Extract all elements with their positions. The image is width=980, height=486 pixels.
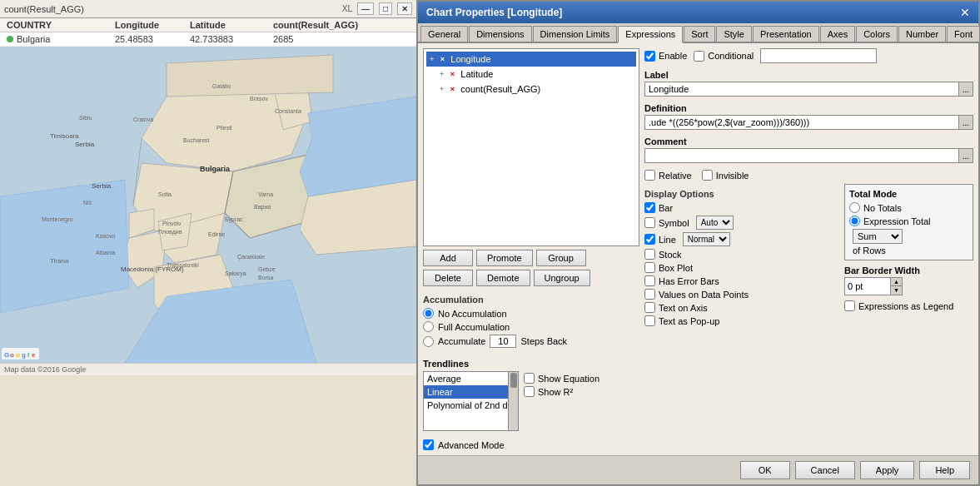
no-accumulation-radio[interactable]	[423, 308, 434, 319]
help-button[interactable]: Help	[919, 461, 970, 479]
trendline-average[interactable]: Average	[424, 372, 518, 385]
symbol-checkbox[interactable]	[644, 217, 655, 228]
maximize-button[interactable]: □	[379, 2, 392, 15]
bar-border-title: Bar Border Width	[844, 265, 973, 275]
svg-text:Constanta: Constanta	[275, 108, 301, 114]
expr-icon-2: ×	[446, 83, 458, 95]
bar-border-down[interactable]: ▼	[891, 286, 902, 295]
tab-sort[interactable]: Sort	[684, 26, 715, 42]
bar-label: Bar	[659, 203, 673, 213]
expression-total-radio[interactable]	[849, 216, 860, 226]
comment-input[interactable]	[645, 149, 958, 162]
tab-number[interactable]: Number	[898, 26, 946, 42]
label-expand-button[interactable]: ...	[958, 82, 973, 96]
dialog-close-button[interactable]: ✕	[960, 6, 970, 19]
svg-text:Pliești: Pliești	[216, 125, 232, 131]
advanced-mode-label: Advanced Mode	[438, 440, 505, 450]
expression-list[interactable]: + × Longitude + × Latitude + × count(Res…	[423, 48, 639, 246]
box-plot-checkbox[interactable]	[644, 262, 655, 273]
trendlines-list[interactable]: Average Linear Polynomial of 2nd d	[423, 371, 519, 431]
definition-input[interactable]	[645, 116, 958, 129]
steps-input[interactable]	[490, 335, 516, 348]
show-r2-checkbox[interactable]	[524, 386, 535, 397]
stock-checkbox[interactable]	[644, 249, 655, 260]
expressions-legend-row: Expressions as Legend	[844, 300, 973, 311]
expression-total-label: Expression Total	[863, 216, 931, 226]
enable-checkbox[interactable]	[644, 51, 655, 62]
definition-expand-button[interactable]: ...	[958, 116, 973, 129]
demote-button[interactable]: Demote	[476, 270, 530, 286]
bar-border-spinners: ▲ ▼	[891, 277, 903, 295]
svg-text:o: o	[10, 351, 14, 359]
apply-button[interactable]: Apply	[860, 461, 915, 479]
comment-expand-button[interactable]: ...	[958, 149, 973, 162]
tab-font[interactable]: Font	[947, 26, 980, 42]
enable-row: Enable	[644, 48, 687, 63]
label-field[interactable]: ...	[644, 82, 973, 97]
svg-text:Sofia: Sofia	[158, 191, 172, 197]
expressions-legend-label: Expressions as Legend	[858, 301, 953, 311]
accumulate-radio[interactable]	[423, 336, 434, 347]
no-totals-radio[interactable]	[849, 202, 860, 213]
svg-text:Thessaloniki: Thessaloniki	[167, 262, 199, 268]
conditional-input[interactable]	[760, 48, 877, 63]
definition-group: Definition ...	[644, 103, 973, 130]
advanced-mode-checkbox[interactable]	[423, 439, 434, 450]
conditional-checkbox[interactable]	[694, 51, 704, 62]
svg-text:Timișoara: Timișoara	[50, 132, 79, 140]
full-accumulation-radio[interactable]	[423, 321, 434, 332]
col-country: COUNTRY	[7, 20, 115, 30]
display-options-section: Display Options Bar Symbol Auto	[644, 189, 838, 450]
tab-dimension-limits[interactable]: Dimension Limits	[533, 26, 618, 42]
tab-expressions[interactable]: Expressions	[618, 26, 683, 43]
map-data-credit: Map data ©2016 Google	[4, 365, 86, 374]
invisible-checkbox[interactable]	[702, 170, 713, 181]
svg-text:Бургас: Бургас	[225, 216, 243, 223]
close-map-button[interactable]: ✕	[397, 2, 412, 15]
tab-presentation[interactable]: Presentation	[753, 26, 819, 42]
text-on-axis-checkbox[interactable]	[644, 302, 655, 313]
error-bars-checkbox[interactable]	[644, 275, 655, 286]
svg-text:Varna: Varna	[258, 191, 273, 197]
trendline-linear[interactable]: Linear	[424, 385, 518, 399]
tab-general[interactable]: General	[420, 26, 468, 42]
ungroup-button[interactable]: Ungroup	[534, 270, 590, 286]
text-as-popup-checkbox[interactable]	[644, 315, 655, 326]
bar-checkbox[interactable]	[644, 202, 655, 213]
trendline-polynomial[interactable]: Polynomial of 2nd d	[424, 399, 518, 412]
promote-button[interactable]: Promote	[476, 250, 533, 266]
expr-item-longitude: + × Longitude	[426, 52, 636, 67]
line-checkbox[interactable]	[644, 234, 655, 245]
minimize-button[interactable]: —	[357, 2, 374, 15]
tab-axes[interactable]: Axes	[820, 26, 855, 42]
cancel-button[interactable]: Cancel	[795, 461, 855, 479]
trendlines-checkboxes: Show Equation Show R²	[524, 373, 599, 431]
stock-row: Stock	[644, 249, 838, 260]
tab-colors[interactable]: Colors	[856, 26, 898, 42]
expressions-legend-checkbox[interactable]	[844, 300, 855, 311]
group-button[interactable]: Group	[536, 250, 586, 266]
tab-style[interactable]: Style	[716, 26, 751, 42]
text-as-popup-row: Text as Pop-up	[644, 315, 838, 326]
sum-select[interactable]: Sum Avg Min Max	[853, 229, 903, 244]
definition-field[interactable]: ...	[644, 115, 973, 130]
add-button[interactable]: Add	[423, 250, 473, 266]
ok-button[interactable]: OK	[740, 461, 790, 479]
symbol-select[interactable]: Auto	[696, 216, 734, 230]
delete-button[interactable]: Delete	[423, 270, 473, 286]
comment-field[interactable]: ...	[644, 148, 973, 163]
display-options-title: Display Options	[644, 189, 838, 199]
relative-checkbox[interactable]	[644, 170, 655, 181]
label-input[interactable]	[645, 82, 958, 96]
relative-invisible-row: Relative Invisible	[644, 170, 973, 181]
bar-border-up[interactable]: ▲	[891, 278, 902, 286]
svg-text:Çanakkale: Çanakkale	[237, 254, 265, 260]
line-select[interactable]: Normal	[683, 232, 730, 246]
tab-dimensions[interactable]: Dimensions	[469, 26, 531, 42]
values-on-data-points-checkbox[interactable]	[644, 289, 655, 300]
stock-label: Stock	[659, 250, 682, 260]
bar-border-input[interactable]	[845, 280, 883, 292]
sum-row: Sum Avg Min Max	[849, 229, 968, 244]
trendlines-thumb	[510, 373, 517, 388]
show-equation-checkbox[interactable]	[524, 373, 535, 384]
